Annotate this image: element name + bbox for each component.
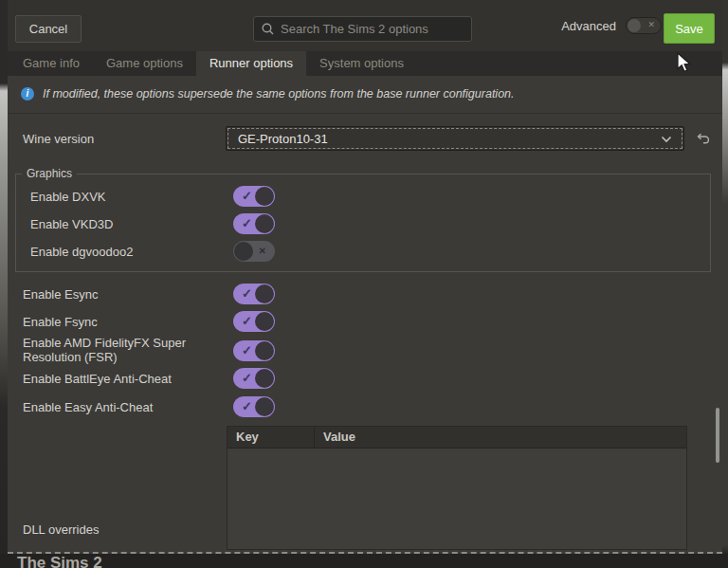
column-header-value[interactable]: Value (314, 427, 686, 448)
advanced-label: Advanced (561, 19, 616, 33)
tab-runner-options[interactable]: Runner options (196, 51, 306, 76)
option-label-easy-anticheat: Enable Easy Anti-Cheat (23, 400, 153, 414)
check-icon: ✓ (242, 190, 252, 202)
x-icon: ✕ (647, 21, 655, 29)
toggle-dgvoodoo2[interactable]: ✕ (233, 241, 275, 262)
info-icon: i (21, 87, 34, 101)
tab-game-info[interactable]: Game info (9, 51, 93, 76)
toggle-knob (255, 369, 274, 388)
advanced-toggle[interactable]: ✕ (626, 17, 662, 34)
graphics-group-title: Graphics (22, 167, 77, 180)
toggle-dxvk[interactable]: ✓ (233, 186, 275, 207)
wine-version-label: Wine version (23, 132, 94, 146)
toggle-knob (255, 284, 274, 303)
background-window-edge-left (0, 0, 8, 554)
search-placeholder: Search The Sims 2 options (281, 22, 428, 36)
chevron-down-icon (661, 132, 672, 146)
check-icon: ✓ (242, 372, 252, 384)
option-label-battleye: Enable BattlEye Anti-Cheat (23, 372, 172, 386)
check-icon: ✓ (242, 315, 252, 327)
wine-version-value: GE-Proton10-31 (238, 132, 328, 146)
wine-version-dropdown[interactable]: GE-Proton10-31 (226, 126, 684, 151)
option-label-vkd3d: Enable VKD3D (30, 217, 113, 231)
dll-overrides-table[interactable]: Key Value (227, 426, 687, 550)
background-window: The Sims 2 (0, 554, 728, 568)
toggle-knob (234, 242, 253, 261)
check-icon: ✓ (242, 400, 252, 412)
reset-wine-version-button[interactable] (692, 127, 715, 150)
game-config-dialog: Cancel Search The Sims 2 options Advance… (8, 0, 722, 554)
undo-icon (697, 133, 710, 144)
divider (8, 113, 722, 114)
background-game-title: The Sims 2 (17, 554, 102, 568)
dialog-header: Cancel Search The Sims 2 options Advance… (8, 0, 722, 51)
tab-system-options[interactable]: System options (306, 51, 417, 76)
toggle-knob (255, 312, 274, 331)
option-label-dxvk: Enable DXVK (30, 190, 106, 204)
info-banner-text: If modified, these options supersede the… (43, 87, 515, 101)
search-field[interactable]: Search The Sims 2 options (253, 16, 472, 42)
option-label-fsr: Enable AMD FidelityFX Super Resolution (… (23, 336, 197, 364)
check-icon: ✓ (242, 344, 252, 357)
x-icon: ✕ (259, 247, 266, 256)
background-window-edge-right (722, 0, 728, 554)
search-icon (262, 23, 274, 35)
toggle-knob (255, 187, 274, 206)
tab-game-options[interactable]: Game options (93, 51, 196, 76)
toggle-esync[interactable]: ✓ (233, 284, 275, 304)
tab-bar: Game info Game options Runner options Sy… (8, 51, 722, 76)
option-label-dgvoodoo2: Enable dgvoodoo2 (30, 245, 133, 259)
toggle-fsr[interactable]: ✓ (233, 340, 275, 361)
option-label-esync: Enable Esync (23, 287, 99, 302)
check-icon: ✓ (242, 287, 252, 300)
toggle-knob (255, 397, 274, 416)
toggle-battleye[interactable]: ✓ (233, 368, 275, 389)
toggle-knob (255, 214, 274, 233)
option-label-fsync: Enable Fsync (23, 315, 98, 329)
screen: The Sims 2 Cancel Search The Sims 2 opti… (0, 0, 728, 568)
toggle-vkd3d[interactable]: ✓ (233, 213, 275, 234)
toggle-knob (255, 341, 274, 360)
dll-overrides-label: DLL overrides (23, 522, 99, 537)
save-button[interactable]: Save (664, 13, 715, 44)
toggle-knob (628, 19, 641, 32)
advanced-group: Advanced ✕ (534, 0, 662, 51)
scrollbar-thumb[interactable] (716, 408, 719, 463)
cancel-button[interactable]: Cancel (15, 15, 82, 43)
dll-overrides-table-header: Key Value (228, 427, 686, 449)
column-header-key[interactable]: Key (228, 427, 314, 448)
toggle-easy-anticheat[interactable]: ✓ (233, 396, 275, 417)
toggle-fsync[interactable]: ✓ (233, 311, 275, 332)
check-icon: ✓ (242, 217, 252, 229)
